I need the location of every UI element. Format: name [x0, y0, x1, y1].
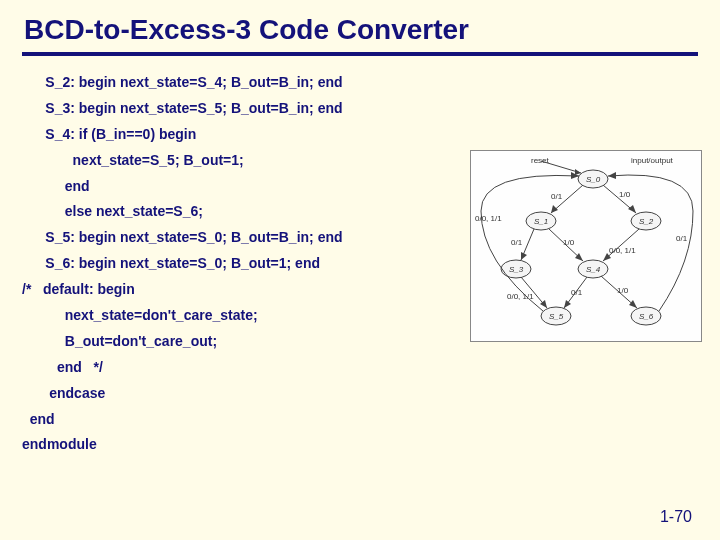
code-line: end */ [22, 359, 103, 375]
title-divider [22, 52, 698, 56]
edge-s0-s2: 1/0 [619, 190, 631, 199]
node-s0: S_0 [586, 175, 601, 184]
code-line: /* default: begin [22, 281, 135, 297]
svg-marker-17 [608, 172, 616, 179]
code-line: endcase [22, 385, 105, 401]
code-line: next_state=don't_care_state; [22, 307, 258, 323]
code-line: S_4: if (B_in==0) begin [22, 126, 196, 142]
edge-s1-s3: 0/1 [511, 238, 523, 247]
code-line: end [22, 411, 55, 427]
code-line: S_2: begin next_state=S_4; B_out=B_in; e… [22, 74, 343, 90]
node-s4: S_4 [586, 265, 601, 274]
svg-marker-4 [551, 205, 558, 213]
code-line: else next_state=S_6; [22, 203, 203, 219]
code-line: endmodule [22, 436, 97, 452]
edge-s2-s4: 0/0, 1/1 [609, 246, 636, 255]
reset-label: reset [531, 156, 550, 165]
code-line: S_3: begin next_state=S_5; B_out=B_in; e… [22, 100, 343, 116]
node-s1: S_1 [534, 217, 548, 226]
edge-s4-s6: 1/0 [617, 286, 629, 295]
edge-s4-s5: 0/1 [571, 288, 583, 297]
svg-marker-5 [628, 205, 636, 213]
code-line: B_out=don't_care_out; [22, 333, 217, 349]
edge-s0-s1: 0/1 [551, 192, 563, 201]
state-diagram: reset input/output S_0 S_1 S_2 0/1 1/0 S… [470, 150, 702, 342]
edge-s5-s0: 0/0, 1/1 [475, 214, 502, 223]
svg-marker-14 [564, 300, 571, 308]
code-line: next_state=S_5; B_out=1; [22, 152, 244, 168]
edge-s6-s0: 0/1 [676, 234, 688, 243]
slide-title: BCD-to-Excess-3 Code Converter [24, 14, 698, 46]
code-line: S_6: begin next_state=S_0; B_out=1; end [22, 255, 320, 271]
node-s5: S_5 [549, 312, 564, 321]
io-label: input/output [631, 156, 674, 165]
node-s6: S_6 [639, 312, 654, 321]
code-line: S_5: begin next_state=S_0; B_out=B_in; e… [22, 229, 343, 245]
svg-marker-15 [629, 300, 637, 308]
edge-s1-s4: 1/0 [563, 238, 575, 247]
node-s2: S_2 [639, 217, 654, 226]
node-s3: S_3 [509, 265, 524, 274]
code-line: end [22, 178, 90, 194]
page-number: 1-70 [660, 508, 692, 526]
